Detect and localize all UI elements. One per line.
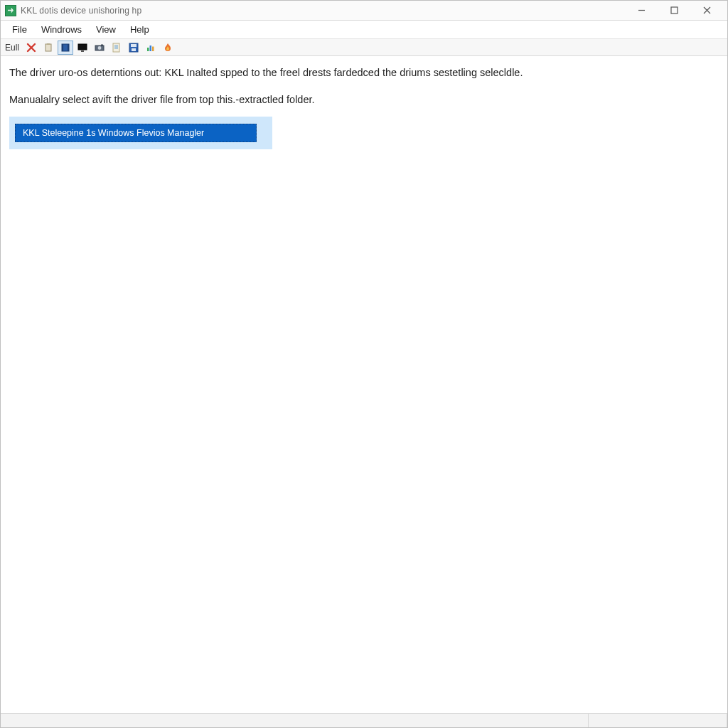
svg-rect-17 [152,46,154,51]
description-line-1: The driver uro-os deterntions out: KKL I… [9,66,719,80]
menu-file[interactable]: File [5,21,34,38]
content-area: The driver uro-os deterntions out: KKL I… [1,56,727,713]
list-item-selected[interactable]: KKL Steleepine 1s Windows Flevios Managl… [15,124,257,142]
title-bar: KKL dotis device unishoring hp [1,1,727,21]
svg-rect-0 [671,7,678,14]
clipboard-icon[interactable] [41,41,56,55]
status-bar [1,713,727,727]
svg-rect-15 [147,48,149,51]
menu-help[interactable]: Help [123,21,156,38]
status-left [1,714,589,727]
status-right [589,714,727,727]
svg-rect-13 [131,44,136,47]
svg-rect-16 [150,46,152,51]
monitor-icon[interactable] [75,41,90,55]
app-icon [5,5,16,16]
description-line-2: Manualalry select avift the driver file … [9,93,719,107]
svg-rect-1 [46,44,51,51]
close-button[interactable] [690,1,723,21]
svg-rect-2 [47,43,50,45]
flame-icon[interactable] [160,41,176,55]
camera-icon[interactable] [92,41,107,55]
svg-rect-5 [68,44,69,51]
menu-view[interactable]: View [89,21,123,38]
window-title: KKL dotis device unishoring hp [21,6,141,16]
save-icon[interactable] [126,41,141,55]
tool-bar: Eull [1,39,727,56]
note-icon[interactable] [109,41,124,55]
svg-rect-14 [132,48,136,51]
svg-rect-6 [78,44,87,50]
svg-rect-10 [101,44,103,46]
menu-windows[interactable]: Windrows [34,21,89,38]
svg-rect-4 [62,44,63,51]
toolbar-label: Eull [4,43,22,53]
menu-bar: File Windrows View Help [1,21,727,39]
application-window: KKL dotis device unishoring hp File Wind… [0,0,728,728]
svg-rect-7 [81,50,84,52]
film-icon[interactable] [58,41,73,55]
maximize-button[interactable] [658,1,690,21]
svg-rect-11 [113,43,119,52]
minimize-button[interactable] [625,1,658,21]
svg-point-9 [98,46,102,50]
list-panel: KKL Steleepine 1s Windows Flevios Managl… [9,117,272,149]
chart-icon[interactable] [143,41,159,55]
close-red-icon[interactable] [23,41,39,55]
